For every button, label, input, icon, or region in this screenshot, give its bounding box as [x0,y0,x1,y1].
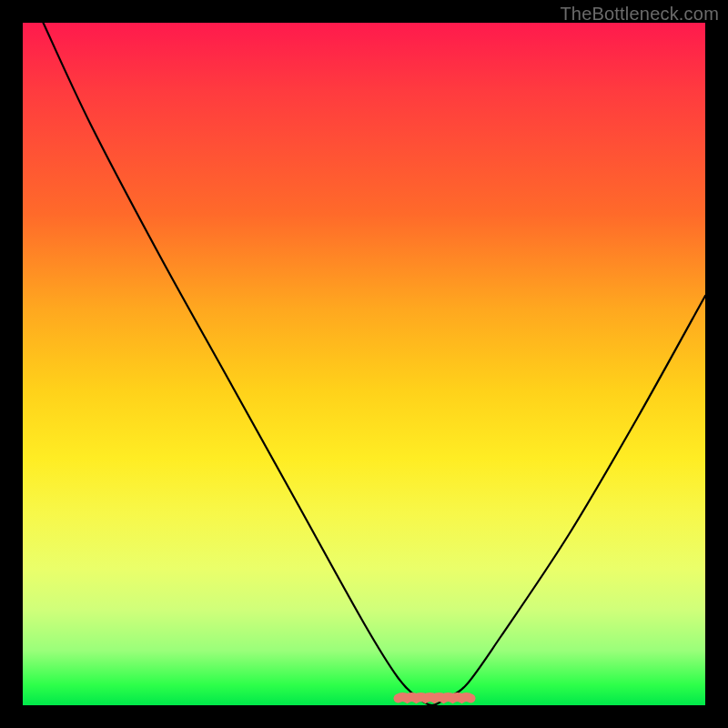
curve-svg [23,23,705,705]
watermark-text: TheBottleneck.com [560,4,719,25]
optimal-range-marker [399,697,471,699]
chart-frame: TheBottleneck.com [0,0,728,728]
bottleneck-curve-path [44,23,706,705]
plot-area [23,23,705,705]
